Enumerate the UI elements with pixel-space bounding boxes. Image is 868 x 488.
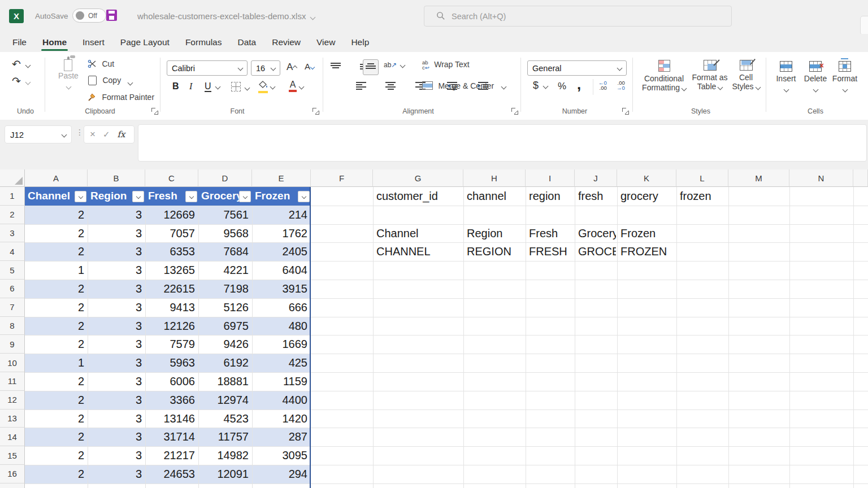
format-cells-button[interactable]: Format [831,61,858,93]
cell-A7[interactable]: 2 [25,298,88,317]
align-bottom-button[interactable] [363,59,379,75]
cell-C16[interactable]: 24653 [145,465,198,483]
cell-E10[interactable]: 425 [252,354,311,372]
column-header-I[interactable]: I [526,169,575,187]
cell-C9[interactable]: 7579 [145,335,198,354]
cell-C14[interactable]: 31714 [145,428,198,446]
align-top-button[interactable] [331,63,341,71]
cell-I3[interactable]: Fresh [526,224,574,243]
cell-I1[interactable]: region [526,187,574,206]
search-input[interactable] [424,6,732,27]
name-box-dropdown-icon[interactable] [62,132,67,137]
cell-C8[interactable]: 12126 [145,317,198,336]
cell-D9[interactable]: 9426 [198,335,252,354]
paste-button[interactable]: Paste [53,58,84,90]
tab-formulas[interactable]: Formulas [177,34,230,52]
cell-B2[interactable]: 3 [88,206,145,224]
cell-B11[interactable]: 3 [88,372,145,391]
orientation-button[interactable]: ab↗ [384,61,405,69]
cell-E14[interactable]: 287 [252,428,311,446]
cell-B4[interactable]: 3 [88,242,145,261]
delete-cells-button[interactable]: × Delete [802,61,829,93]
format-painter-button[interactable]: Format Painter [88,93,154,103]
tab-insert[interactable]: Insert [75,34,112,52]
column-header-G[interactable]: G [373,169,463,187]
align-left-button[interactable] [356,82,366,90]
column-header-L[interactable]: L [676,169,728,187]
cell-B8[interactable]: 3 [88,317,145,336]
cell-A13[interactable]: 2 [25,409,88,428]
insert-function-button[interactable]: fx [118,129,125,140]
tab-data[interactable]: Data [229,34,264,52]
cell-B6[interactable]: 3 [88,280,145,298]
cell-D5[interactable]: 4221 [198,261,252,280]
italic-button[interactable]: I [189,81,192,91]
search-bar[interactable] [424,6,732,27]
document-title[interactable]: wholesale-customers-excel-tables-demo.xl… [137,11,315,21]
undo-button[interactable]: ↶ [12,59,30,70]
autosave-toggle[interactable]: Off [72,8,106,23]
cell-D6[interactable]: 7198 [198,280,252,298]
cell-A17[interactable]: 1 [25,483,88,488]
filter-button-grocery[interactable] [239,191,251,202]
bold-button[interactable]: B [172,81,179,91]
clipboard-dialog-launcher[interactable] [151,108,158,115]
row-header-6[interactable]: 6 [0,280,25,298]
cell-D12[interactable]: 12974 [198,391,252,409]
tab-page-layout[interactable]: Page Layout [112,34,177,52]
cell-C3[interactable]: 7057 [145,224,198,243]
row-header-12[interactable]: 12 [0,391,25,409]
cell-A12[interactable]: 2 [25,391,88,409]
comma-style-button[interactable]: , [577,76,581,93]
formula-bar-grip[interactable]: ⋮ [76,128,84,137]
cell-A2[interactable]: 2 [25,206,88,224]
insert-cells-button[interactable]: ← Insert [772,61,800,93]
cell-E6[interactable]: 3915 [252,280,311,298]
row-header-11[interactable]: 11 [0,372,25,391]
cell-B10[interactable]: 3 [88,354,145,372]
cell-H4[interactable]: REGION [463,242,524,261]
font-dialog-launcher[interactable] [313,108,319,115]
currency-button[interactable]: $ [533,80,548,91]
cell-B14[interactable]: 3 [88,428,145,446]
cell-A16[interactable]: 2 [25,465,88,483]
increase-font-button[interactable]: A [287,62,297,73]
cell-D8[interactable]: 6975 [198,317,252,336]
cell-B13[interactable]: 3 [88,409,145,428]
filter-button-channel[interactable] [75,191,86,202]
cell-C7[interactable]: 9413 [145,298,198,317]
row-header-17[interactable]: 17 [0,483,25,488]
row-header-3[interactable]: 3 [0,224,25,243]
cell-A6[interactable]: 2 [25,280,88,298]
cut-button[interactable]: Cut [88,59,114,71]
filter-button-frozen[interactable] [298,191,310,202]
cell-styles-button[interactable]: Cell Styles [731,60,761,91]
cell-K4[interactable]: FROZEN [617,242,675,261]
cell-D16[interactable]: 12091 [198,465,252,483]
cell-C12[interactable]: 3366 [145,391,198,409]
cell-E3[interactable]: 1762 [252,224,311,243]
cell-C10[interactable]: 5963 [145,354,198,372]
cell-L1[interactable]: frozen [676,187,727,206]
cell-K3[interactable]: Frozen [617,224,675,243]
cell-E15[interactable]: 3095 [252,446,311,465]
underline-button[interactable]: U [205,81,220,91]
column-header-M[interactable]: M [728,169,789,187]
cell-C11[interactable]: 6006 [145,372,198,391]
cell-C4[interactable]: 6353 [145,242,198,261]
decrease-decimal-button[interactable]: .00 →0 [617,80,625,90]
cell-E16[interactable]: 294 [252,465,311,483]
column-header-H[interactable]: H [463,169,526,187]
font-color-button[interactable]: A [289,80,297,92]
cell-E12[interactable]: 4400 [252,391,311,409]
cell-B9[interactable]: 3 [88,335,145,354]
row-header-14[interactable]: 14 [0,428,25,446]
column-header-J[interactable]: J [575,169,617,187]
merge-center-button[interactable]: Merge & Center [422,81,506,92]
cell-A5[interactable]: 1 [25,261,88,280]
cell-E11[interactable]: 1159 [252,372,311,391]
enter-button[interactable]: ✓ [103,129,110,140]
cell-J4[interactable]: GROCERY [575,242,616,261]
format-as-table-button[interactable]: Format as Table [688,60,731,91]
filename-dropdown-icon[interactable] [310,14,315,20]
